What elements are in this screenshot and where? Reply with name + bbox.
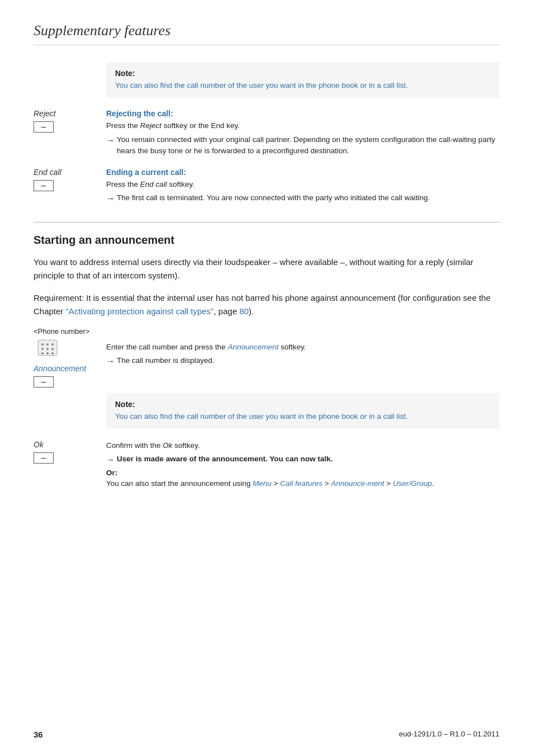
enter-instruction: Enter the call number and press the Anno… <box>106 342 499 353</box>
announcement-link[interactable]: "Activating protection against call type… <box>66 306 214 316</box>
svg-point-3 <box>51 343 54 346</box>
reject-heading: Rejecting the call: <box>106 109 499 118</box>
announcement-button: – <box>34 376 54 388</box>
svg-point-9 <box>51 352 54 355</box>
phone-icon-area: <Phone number> Announcement – <box>34 327 106 388</box>
endcall-button: – <box>34 180 54 191</box>
reject-arrow-text: You remain connected with your original … <box>117 134 499 157</box>
ok-softkey-label: Ok <box>163 441 172 450</box>
endcall-softkey-label: End call <box>140 180 167 188</box>
ok-arrow-text: User is made aware of the announcement. … <box>117 453 499 465</box>
endcall-left: End call – <box>34 168 106 191</box>
ok-arrow-icon: → <box>106 453 115 466</box>
reject-left: Reject – <box>34 109 106 133</box>
phone-number-label: <Phone number> <box>34 327 89 336</box>
phone-svg <box>37 339 58 357</box>
endcall-heading: Ending a current call: <box>106 168 499 177</box>
phone-entry-right: Enter the call number and press the Anno… <box>106 342 499 368</box>
announcement-page-link[interactable]: 80 <box>239 306 249 316</box>
svg-point-4 <box>41 348 44 350</box>
note-text-1: You can also find the call number of the… <box>115 80 491 91</box>
user-group-link[interactable]: User/Group <box>393 479 432 488</box>
enter-arrow: → The call number is displayed. <box>106 355 499 368</box>
svg-point-6 <box>51 348 54 350</box>
enter-arrow-icon: → <box>106 355 115 368</box>
svg-point-1 <box>41 343 44 346</box>
phone-icon <box>37 339 58 361</box>
note-title-2: Note: <box>115 400 491 409</box>
svg-point-7 <box>41 352 44 355</box>
svg-point-5 <box>46 348 49 350</box>
call-features-link[interactable]: Call features <box>280 479 322 488</box>
note-text-2: You can also find the call number of the… <box>115 411 491 422</box>
announcement-label: Announcement <box>34 364 86 373</box>
announcement-para2: Requirement: It is essential that the in… <box>34 291 499 318</box>
announcement-para1: You want to address internal users direc… <box>34 256 499 282</box>
page-title: Supplementary features <box>34 22 499 39</box>
endcall-desc: Press the End call softkey. <box>106 179 499 190</box>
section-divider <box>34 222 499 223</box>
reject-right: Rejecting the call: Press the Reject sof… <box>106 109 499 157</box>
ok-button: – <box>34 452 54 464</box>
svg-point-2 <box>46 343 49 346</box>
reject-desc: Press the Reject softkey or the End key. <box>106 120 499 131</box>
ok-arrow-aware: User is made aware of the announcement. … <box>117 455 333 463</box>
ok-item: Ok – Confirm with the Ok softkey. → User… <box>34 440 499 489</box>
ok-also-desc: You can also start the announcement usin… <box>106 478 499 489</box>
reject-label: Reject <box>34 109 56 118</box>
reject-arrow-icon: → <box>106 134 115 147</box>
phone-number-item: <Phone number> Announcement – <box>34 327 499 388</box>
endcall-arrow: → The first call is terminated. You are … <box>106 192 499 205</box>
announcement-softkey: Announcement <box>228 343 279 351</box>
svg-point-8 <box>46 352 49 355</box>
endcall-arrow-icon: → <box>106 192 115 205</box>
reject-item: Reject – Rejecting the call: Press the R… <box>34 109 499 157</box>
endcall-item: End call – Ending a current call: Press … <box>34 168 499 205</box>
page-header: Supplementary features <box>34 22 499 45</box>
endcall-right: Ending a current call: Press the End cal… <box>106 168 499 205</box>
note-box-1: Note: You can also find the call number … <box>106 62 499 98</box>
ok-or-label: Or: <box>106 469 499 477</box>
page-number: 36 <box>34 730 43 739</box>
reject-arrow: → You remain connected with your origina… <box>106 134 499 157</box>
announcement-section: Starting an announcement You want to add… <box>34 222 499 318</box>
endcall-label: End call <box>34 168 61 177</box>
ok-label: Ok <box>34 440 44 449</box>
doc-ref: eud-1291/1.0 – R1.0 – 01.2011 <box>399 730 499 739</box>
note-title-1: Note: <box>115 69 491 78</box>
endcall-arrow-text: The first call is terminated. You are no… <box>117 192 499 204</box>
page-footer: 36 eud-1291/1.0 – R1.0 – 01.2011 <box>34 730 499 739</box>
ok-left: Ok – <box>34 440 106 464</box>
reject-softkey-label: Reject <box>140 121 161 130</box>
reject-button: – <box>34 121 54 133</box>
ok-right: Confirm with the Ok softkey. → User is m… <box>106 440 499 489</box>
announcement-section-title: Starting an announcement <box>34 234 499 247</box>
menu-link[interactable]: Menu <box>253 479 272 488</box>
note-box-2: Note: You can also find the call number … <box>106 393 499 429</box>
ok-desc: Confirm with the Ok softkey. <box>106 440 499 451</box>
enter-arrow-text: The call number is displayed. <box>117 355 499 366</box>
announcement-link-menu[interactable]: Announce-ment <box>331 479 384 488</box>
ok-arrow1: → User is made aware of the announcement… <box>106 453 499 466</box>
